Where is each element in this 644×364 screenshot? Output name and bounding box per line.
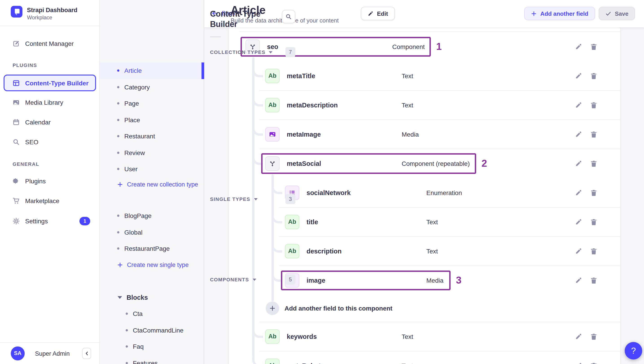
delete-field-button[interactable] bbox=[588, 100, 599, 110]
collection-type-user[interactable]: User bbox=[100, 161, 204, 177]
collection-type-page[interactable]: Page bbox=[100, 95, 204, 112]
search-button[interactable] bbox=[282, 10, 295, 23]
create-collection-type-link[interactable]: Create new collection type bbox=[117, 177, 198, 191]
collapse-sidebar-button[interactable] bbox=[82, 348, 91, 359]
chevron-down-icon bbox=[269, 51, 273, 53]
field-row-description: Ab description Text bbox=[229, 236, 620, 266]
field-row-metaimage: metaImage Media bbox=[229, 119, 620, 149]
single-types-header[interactable]: SINGLE TYPES 3 bbox=[210, 194, 295, 205]
app-title: Strapi Dashboard bbox=[27, 7, 78, 14]
edit-button[interactable]: Edit bbox=[361, 7, 395, 20]
sidebar-item-content-type-builder[interactable]: Content-Type Builder bbox=[4, 75, 96, 91]
text-field-icon: Ab bbox=[265, 358, 280, 364]
annotation-number-1: 1 bbox=[436, 41, 442, 52]
edit-field-button[interactable] bbox=[573, 360, 584, 364]
component-features[interactable]: Features bbox=[100, 355, 204, 364]
media-field-icon bbox=[265, 127, 280, 141]
delete-field-button[interactable] bbox=[588, 331, 599, 342]
single-type-blogpage[interactable]: BlogPage bbox=[100, 208, 204, 224]
edit-field-button[interactable] bbox=[573, 41, 584, 52]
pencil-icon bbox=[368, 11, 374, 17]
collection-types-header[interactable]: COLLECTION TYPES 7 bbox=[210, 47, 295, 58]
collection-types-list: Article Category Page Place Restaurant R… bbox=[100, 63, 204, 177]
sidebar-section-plugins: PLUGINS bbox=[12, 61, 37, 70]
edit-field-button[interactable] bbox=[573, 100, 584, 110]
app-window: Strapi Dashboard Workplace Content Manag… bbox=[0, 0, 644, 364]
divider bbox=[210, 36, 221, 37]
create-single-type-link[interactable]: Create new single type bbox=[117, 258, 189, 271]
component-ctacommandline[interactable]: CtaCommandLine bbox=[100, 322, 204, 338]
delete-field-button[interactable] bbox=[588, 216, 599, 227]
component-faq[interactable]: Faq bbox=[100, 338, 204, 355]
collection-type-article[interactable]: Article bbox=[100, 63, 204, 79]
edit-field-button[interactable] bbox=[573, 246, 584, 256]
components-header[interactable]: COMPONENTS 5 bbox=[210, 274, 295, 285]
sidebar-item-settings[interactable]: Settings 1 bbox=[0, 213, 100, 229]
chevron-down-icon bbox=[254, 198, 258, 200]
bullet-icon bbox=[117, 152, 120, 154]
text-field-icon: Ab bbox=[285, 215, 299, 229]
user-name: Super Admin bbox=[35, 350, 70, 357]
bullet-icon bbox=[117, 70, 120, 72]
bullet-icon bbox=[117, 102, 120, 105]
components-count: 5 bbox=[286, 275, 295, 284]
edit-field-button[interactable] bbox=[573, 216, 584, 227]
plus-icon bbox=[531, 11, 537, 17]
bullet-icon bbox=[126, 362, 128, 364]
bullet-icon bbox=[117, 168, 120, 170]
component-cta[interactable]: Cta bbox=[100, 306, 204, 322]
main-sidebar: Strapi Dashboard Workplace Content Manag… bbox=[0, 0, 100, 364]
single-type-global[interactable]: Global bbox=[100, 224, 204, 240]
chevron-down-icon bbox=[253, 278, 256, 281]
collection-type-restaurant[interactable]: Restaurant bbox=[100, 128, 204, 144]
add-field-label[interactable]: Add another field to this component bbox=[284, 305, 392, 312]
text-field-icon: Ab bbox=[285, 244, 299, 258]
delete-field-button[interactable] bbox=[588, 70, 599, 81]
avatar[interactable]: SA bbox=[11, 346, 25, 360]
bullet-icon bbox=[126, 329, 128, 331]
add-another-field-button[interactable]: Add another field bbox=[524, 7, 595, 20]
edit-field-button[interactable] bbox=[573, 187, 584, 198]
edit-field-button[interactable] bbox=[573, 129, 584, 139]
bullet-icon bbox=[117, 135, 120, 137]
delete-field-button[interactable] bbox=[588, 41, 599, 52]
magnifier-icon bbox=[12, 138, 20, 146]
sidebar-item-calendar[interactable]: Calendar bbox=[0, 114, 100, 130]
sidebar-item-marketplace[interactable]: Marketplace bbox=[0, 193, 100, 209]
delete-field-button[interactable] bbox=[588, 246, 599, 256]
sidebar-footer: SA Super Admin bbox=[0, 342, 100, 364]
edit-field-button[interactable] bbox=[573, 275, 584, 286]
field-row-metarobots: Ab metaRobots Text bbox=[229, 351, 620, 364]
sidebar-item-plugins[interactable]: Plugins bbox=[0, 173, 100, 189]
edit-field-button[interactable] bbox=[573, 331, 584, 342]
delete-field-button[interactable] bbox=[588, 360, 599, 364]
delete-field-button[interactable] bbox=[588, 187, 599, 198]
delete-field-button[interactable] bbox=[588, 275, 599, 286]
collection-type-place[interactable]: Place bbox=[100, 112, 204, 128]
sidebar-item-seo[interactable]: SEO bbox=[0, 134, 100, 150]
builder-sidebar: Content-Type Builder COLLECTION TYPES 7 … bbox=[100, 0, 204, 364]
field-row-metasocial: metaSocial Component (repeatable) bbox=[229, 149, 620, 178]
sidebar-item-media-library[interactable]: Media Library bbox=[0, 94, 100, 111]
edit-field-button[interactable] bbox=[573, 70, 584, 81]
collection-type-category[interactable]: Category bbox=[100, 79, 204, 95]
bullet-icon bbox=[126, 345, 128, 348]
help-button[interactable]: ? bbox=[625, 342, 642, 359]
single-type-restaurantpage[interactable]: RestaurantPage bbox=[100, 240, 204, 257]
sidebar-item-content-manager[interactable]: Content Manager bbox=[0, 36, 100, 52]
bullet-icon bbox=[117, 119, 120, 121]
collection-type-review[interactable]: Review bbox=[100, 144, 204, 161]
edit-field-button[interactable] bbox=[573, 158, 584, 169]
calendar-icon bbox=[12, 119, 20, 126]
annotation-number-2: 2 bbox=[482, 157, 487, 169]
add-field-plus-button[interactable] bbox=[266, 301, 279, 315]
delete-field-button[interactable] bbox=[588, 129, 599, 139]
save-button[interactable]: Save bbox=[599, 7, 635, 20]
delete-field-button[interactable] bbox=[588, 158, 599, 169]
components-group-blocks[interactable]: Blocks bbox=[100, 289, 204, 306]
check-icon bbox=[606, 11, 611, 17]
cart-icon bbox=[12, 197, 20, 205]
collection-types-count: 7 bbox=[286, 47, 295, 57]
picture-icon bbox=[12, 99, 20, 106]
field-row-metadescription: Ab metaDescription Text bbox=[229, 90, 620, 119]
